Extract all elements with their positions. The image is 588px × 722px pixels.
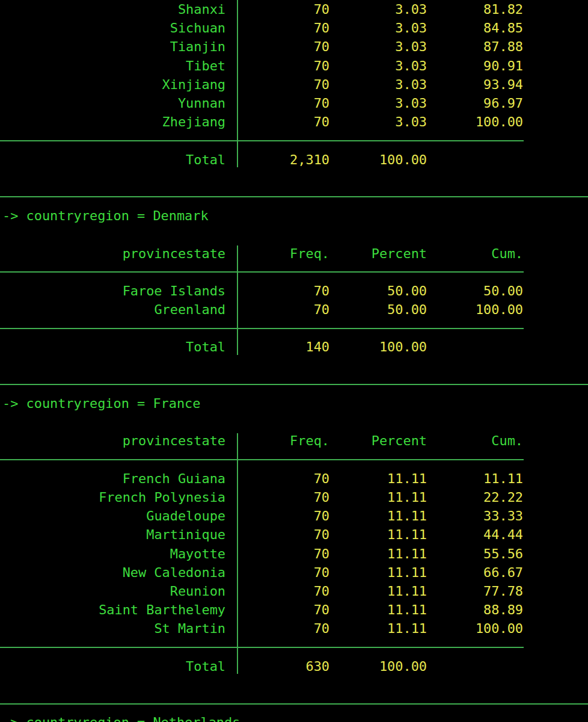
cum-cell: 93.94 xyxy=(427,77,523,92)
percent-cell: 50.00 xyxy=(329,283,427,298)
total-row: Total2,310100.00 xyxy=(0,150,588,169)
group-divider-line xyxy=(0,703,588,705)
percent-cell: 11.11 xyxy=(329,584,427,599)
table-rule-row xyxy=(0,638,588,656)
freq-cell: 70 xyxy=(238,508,329,523)
provincestate-cell: Martinique xyxy=(0,527,225,542)
provincestate-cell: Reunion xyxy=(0,584,225,599)
provincestate-cell: Faroe Islands xyxy=(0,283,225,298)
blank-line xyxy=(0,169,588,188)
freq-cell: 70 xyxy=(238,39,329,54)
column-header-freq: Freq. xyxy=(238,433,329,448)
freq-cell: 70 xyxy=(238,584,329,599)
freq-cell: 70 xyxy=(238,96,329,111)
table-rule-line xyxy=(0,271,524,273)
provincestate-cell: Saint Barthelemy xyxy=(0,602,225,617)
freq-cell: 70 xyxy=(238,20,329,35)
provincestate-cell: Guadeloupe xyxy=(0,508,225,523)
table-row: Faroe Islands7050.0050.00 xyxy=(0,282,588,300)
provincestate-cell: Greenland xyxy=(0,302,225,317)
percent-cell: 11.11 xyxy=(329,471,427,486)
table-row: Zhejiang703.03100.00 xyxy=(0,113,588,131)
table-row: Yunnan703.0396.97 xyxy=(0,94,588,113)
freq-cell: 70 xyxy=(238,546,329,561)
percent-cell: 3.03 xyxy=(329,20,427,35)
table-row: Xinjiang703.0393.94 xyxy=(0,75,588,94)
table-row: Tibet703.0390.91 xyxy=(0,57,588,75)
cum-cell: 88.89 xyxy=(427,602,523,617)
cum-cell: 33.33 xyxy=(427,508,523,523)
table-row: St Martin7011.11100.00 xyxy=(0,619,588,638)
blank-line xyxy=(0,676,588,694)
provincestate-cell: Mayotte xyxy=(0,546,225,561)
cum-cell: 84.85 xyxy=(427,20,523,35)
cum-cell: 77.78 xyxy=(427,584,523,599)
group-command-text: -> countryregion = France xyxy=(0,396,586,411)
table-row: Guadeloupe7011.1133.33 xyxy=(0,507,588,525)
freq-cell: 70 xyxy=(238,621,329,636)
percent-cell: 3.03 xyxy=(329,114,427,129)
table-row: Mayotte7011.1155.56 xyxy=(0,544,588,563)
percent-cell: 11.11 xyxy=(329,527,427,542)
total-label: Total xyxy=(0,152,225,167)
column-header-percent: Percent xyxy=(329,433,427,448)
percent-cell: 50.00 xyxy=(329,302,427,317)
total-row: Total630100.00 xyxy=(0,657,588,676)
freq-cell: 70 xyxy=(238,2,329,17)
provincestate-cell: Zhejiang xyxy=(0,114,225,129)
table-row: Sichuan703.0384.85 xyxy=(0,19,588,37)
total-freq-cell: 140 xyxy=(238,339,329,354)
freq-cell: 70 xyxy=(238,58,329,73)
provincestate-cell: Xinjiang xyxy=(0,77,225,92)
freq-cell: 70 xyxy=(238,471,329,486)
freq-cell: 70 xyxy=(238,602,329,617)
table-row: Reunion7011.1177.78 xyxy=(0,582,588,600)
table-row: French Guiana7011.1111.11 xyxy=(0,469,588,488)
percent-cell: 11.11 xyxy=(329,602,427,617)
provincestate-cell: New Caledonia xyxy=(0,565,225,580)
cum-cell: 11.11 xyxy=(427,471,523,486)
table-row: Saint Barthelemy7011.1188.89 xyxy=(0,600,588,619)
total-freq-cell: 2,310 xyxy=(238,152,329,167)
group-command-text: -> countryregion = Netherlands xyxy=(0,715,586,722)
percent-cell: 3.03 xyxy=(329,77,427,92)
table-vertical-rule xyxy=(237,433,238,674)
table-row: Shanxi703.0381.82 xyxy=(0,0,588,19)
stata-results-terminal[interactable]: Shanxi703.0381.82Sichuan703.0384.85Tianj… xyxy=(0,0,588,722)
percent-cell: 3.03 xyxy=(329,2,427,17)
cum-cell: 55.56 xyxy=(427,546,523,561)
provincestate-cell: St Martin xyxy=(0,621,225,636)
column-header-provincestate: provincestate xyxy=(0,433,225,448)
freq-cell: 70 xyxy=(238,527,329,542)
percent-cell: 3.03 xyxy=(329,96,427,111)
command-line: -> countryregion = France xyxy=(0,394,588,413)
provincestate-cell: Tibet xyxy=(0,58,225,73)
total-percent-cell: 100.00 xyxy=(329,659,427,674)
column-header-percent: Percent xyxy=(329,246,427,261)
percent-cell: 11.11 xyxy=(329,490,427,505)
provincestate-cell: Shanxi xyxy=(0,2,225,17)
total-label: Total xyxy=(0,659,225,674)
percent-cell: 11.11 xyxy=(329,508,427,523)
percent-cell: 11.11 xyxy=(329,565,427,580)
percent-cell: 3.03 xyxy=(329,39,427,54)
freq-cell: 70 xyxy=(238,302,329,317)
total-percent-cell: 100.00 xyxy=(329,339,427,354)
command-line: -> countryregion = Denmark xyxy=(0,206,588,225)
cum-cell: 100.00 xyxy=(427,302,523,317)
percent-cell: 11.11 xyxy=(329,621,427,636)
group-command-text: -> countryregion = Denmark xyxy=(0,208,586,223)
table-vertical-rule xyxy=(237,0,238,167)
blank-line xyxy=(0,225,588,244)
group-divider-row xyxy=(0,375,588,394)
total-percent-cell: 100.00 xyxy=(329,152,427,167)
total-label: Total xyxy=(0,339,225,354)
table-rule-line xyxy=(0,459,524,460)
percent-cell: 3.03 xyxy=(329,58,427,73)
cum-cell: 87.88 xyxy=(427,39,523,54)
table-rule-line xyxy=(0,328,524,329)
cum-cell: 66.67 xyxy=(427,565,523,580)
freq-cell: 70 xyxy=(238,565,329,580)
table-row: Tianjin703.0387.88 xyxy=(0,37,588,56)
table-row: Greenland7050.00100.00 xyxy=(0,300,588,319)
